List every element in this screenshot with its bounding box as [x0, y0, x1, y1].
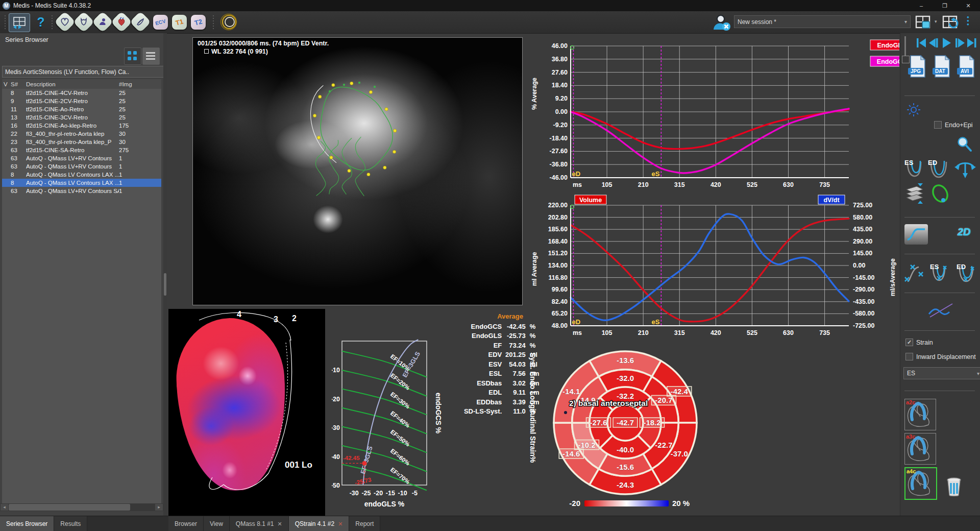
series-row[interactable]: 13tf2d15-CINE-3CV-Retro25 — [2, 113, 161, 122]
list-view-button[interactable] — [142, 47, 160, 65]
close-button[interactable]: ✕ — [957, 0, 980, 11]
series-table-header[interactable]: VS#Description#Img — [2, 79, 161, 89]
layers-ellipse-row[interactable] — [903, 182, 954, 206]
column-header[interactable]: Description — [26, 81, 119, 87]
close-tab-icon[interactable]: ✕ — [338, 521, 342, 527]
series-row[interactable]: 16tf2d15-CINE-Ao-klep-Retro175 — [2, 122, 161, 130]
app-tab-view[interactable]: View — [204, 516, 230, 531]
average-row: EndoGLS-25.73% — [458, 331, 543, 341]
minimize-button[interactable]: – — [910, 0, 933, 11]
app-ecv-button[interactable]: ECV — [153, 15, 168, 30]
inward-displacement-toggle[interactable]: Inward Displacement — [905, 353, 976, 360]
view-thumbnail-a4c[interactable]: a4c — [904, 467, 937, 500]
view-thumbnail-a3c[interactable]: a3c — [904, 433, 936, 465]
series-row[interactable]: 8tf2d15-CINE-4CV-Retro25 — [2, 89, 161, 97]
app-tab-qmass-8-1-1[interactable]: QMass 8.1 #1✕ — [230, 516, 289, 531]
study-selector[interactable]: Medis AorticStenosis (LV Function, Flow)… — [2, 66, 166, 78]
app-qmass-button[interactable] — [54, 11, 76, 33]
qstrain-app-button[interactable] — [218, 12, 240, 32]
reset-layout-button[interactable] — [941, 14, 960, 31]
chevron-down-icon: ▾ — [904, 19, 907, 25]
brightness-icon[interactable] — [906, 103, 921, 117]
contour-edit-row[interactable]: ES ED — [903, 261, 978, 287]
series-row[interactable]: 11tf2d15-CINE-Ao-Retro25 — [2, 105, 161, 113]
strain-checkbox[interactable]: ✓ — [905, 339, 913, 346]
help-button[interactable]: ? — [34, 13, 48, 31]
series-row[interactable]: 63AutoQ - QMass LV+RV Contours1 — [2, 162, 161, 171]
toolbar-grip[interactable] — [4, 15, 7, 30]
scrollbar-thumb[interactable] — [164, 273, 166, 296]
app-valve-button[interactable] — [130, 11, 151, 33]
phase-select[interactable]: ES ▾ — [903, 367, 980, 379]
column-header[interactable]: S# — [11, 81, 26, 87]
app-tab-browser[interactable]: Browser — [168, 516, 204, 531]
series-row[interactable]: 8AutoQ - QMass LV Contours LAX ...1 — [2, 171, 161, 179]
export-jpg-button[interactable]: JPG — [908, 55, 927, 79]
strain-curve-icon[interactable] — [927, 300, 955, 322]
scroll-left-arrow-icon[interactable]: ◂ — [1, 504, 8, 511]
toolbar-grip[interactable] — [212, 15, 215, 30]
svg-text:eD: eD — [572, 170, 580, 178]
series-row[interactable]: 8AutoQ - QMass LV Contours LAX ...1 — [2, 179, 161, 187]
panel-tab-results[interactable]: Results — [54, 516, 87, 531]
series-row[interactable]: 63tf2d15-CINE-SA-Retro275 — [2, 146, 161, 154]
close-tab-icon[interactable]: ✕ — [278, 521, 282, 527]
panel-tab-series-browser[interactable]: Series Browser — [0, 516, 54, 531]
view-thumbnail-a2c[interactable]: a2c — [904, 399, 936, 430]
curve-display-button[interactable] — [904, 224, 928, 245]
end-session-icon[interactable] — [709, 13, 731, 32]
toolbar-grip[interactable] — [51, 15, 54, 30]
ef-nomogram-chart[interactable]: EF=10%EF=20%EF=30%EF=40%EF=50%EF=60%EF=7… — [332, 333, 442, 511]
3d-strain-model[interactable]: 4 3 2 001 Lo — [168, 309, 325, 516]
svg-text:-22.7: -22.7 — [655, 441, 672, 449]
strain-chart[interactable]: 46.0036.8027.6018.409.200.00-9.20-18.40-… — [531, 35, 899, 194]
column-header[interactable]: #Img — [119, 81, 139, 87]
row-image-count: 30 — [119, 139, 139, 145]
es-ed-view-row[interactable]: ES ED — [903, 158, 978, 180]
delete-view-button[interactable] — [945, 476, 963, 497]
more-options-icon[interactable]: ●●● — [967, 15, 969, 26]
maximize-button[interactable]: ❐ — [933, 0, 957, 11]
strain-toggle[interactable]: ✓ Strain — [905, 339, 933, 346]
column-header[interactable]: V — [2, 81, 11, 87]
vertical-scrollbar[interactable] — [163, 33, 167, 516]
viewer-layout-button[interactable] — [9, 13, 30, 32]
inward-displacement-label: Inward Displacement — [916, 353, 976, 360]
app-heart3d-button[interactable] — [111, 11, 132, 33]
playback-controls[interactable] — [916, 36, 978, 50]
2d-mode-button[interactable]: 2D — [958, 226, 971, 238]
svg-text:-42.4: -42.4 — [671, 387, 689, 396]
bullseye-plot[interactable]: -13.6-42.4-37.0-24.3-14.6-14.1-32.0-20.7… — [549, 337, 707, 518]
session-combobox[interactable]: New session * ▾ — [734, 15, 911, 28]
app-patient-button[interactable] — [92, 11, 113, 33]
app-qflow-button[interactable] — [73, 11, 94, 33]
volume-chart[interactable]: 220.00202.80185.60168.40151.20134.00116.… — [531, 194, 899, 347]
scrollbar-thumb[interactable] — [9, 504, 130, 511]
row-image-count: 1 — [119, 188, 139, 194]
series-row[interactable]: 63AutoQ - QMass LV+RV Contours SAX1 — [2, 187, 161, 195]
scroll-right-arrow-icon[interactable]: ▸ — [155, 504, 163, 511]
save-layout-button[interactable] — [914, 14, 933, 31]
inward-displacement-checkbox[interactable] — [905, 353, 913, 360]
export-avi-button[interactable]: AVI — [957, 55, 976, 79]
tracking-point — [383, 166, 386, 169]
endo-epi-toggle[interactable]: Endo+Epi — [934, 121, 973, 129]
export-dat-button[interactable]: DAT — [932, 55, 951, 79]
series-row[interactable]: 9tf2d15-CINE-2CV-Retro25 — [2, 97, 161, 105]
app-tab-report[interactable]: Report — [349, 516, 380, 531]
app-t2-button[interactable]: T2 — [191, 15, 206, 30]
row-description: AutoQ - QMass LV+RV Contours SAX — [26, 188, 119, 194]
series-row[interactable]: 23fl3_400_thr-pl-retro-Aorta klep_P30 — [2, 138, 161, 146]
row-description: AutoQ - QMass LV+RV Contours — [26, 163, 119, 170]
mri-viewport[interactable]: 001/25 032/0000/806 ms. (74 bpm) ED Vent… — [192, 37, 523, 305]
app-t1-button[interactable]: T1 — [172, 15, 187, 30]
series-row[interactable]: 63AutoQ - QMass LV+RV Contours1 — [2, 154, 161, 162]
chevron-down-icon[interactable]: ▾ — [935, 19, 937, 24]
grid-view-button[interactable] — [124, 47, 141, 65]
horizontal-scrollbar[interactable]: ◂ ▸ — [0, 503, 163, 511]
endo-epi-checkbox[interactable] — [934, 121, 942, 129]
svg-text:-42.7: -42.7 — [617, 418, 634, 427]
series-row[interactable]: 22fl3_400_thr-pl-retro-Aorta klep30 — [2, 130, 161, 138]
app-tab-qstrain-4-1-2[interactable]: QStrain 4.1 #2✕ — [289, 516, 350, 531]
magnifier-icon[interactable] — [955, 135, 973, 153]
